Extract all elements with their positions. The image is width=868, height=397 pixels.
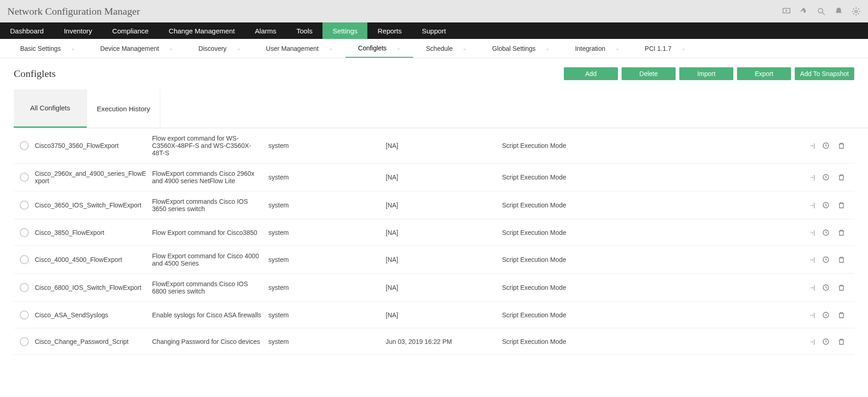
- row-checkbox[interactable]: [20, 228, 29, 237]
- add-to-snapshot-button[interactable]: Add To Snapshot: [795, 67, 854, 80]
- main-nav-inventory[interactable]: Inventory: [54, 22, 102, 39]
- configlet-name[interactable]: Cisco3750_3560_FlowExport: [35, 142, 152, 149]
- clock-icon[interactable]: [822, 142, 830, 149]
- configlet-name[interactable]: Cisco_3650_IOS_Switch_FlowExport: [35, 201, 152, 209]
- svg-point-4: [855, 10, 857, 12]
- sub-nav-label: Discovery: [198, 45, 226, 52]
- sub-nav-configlets[interactable]: Configlets⌄: [345, 39, 413, 58]
- execute-icon[interactable]: →|: [809, 312, 814, 318]
- sub-nav-label: Integration: [575, 45, 605, 52]
- configlet-name[interactable]: Cisco_Change_Password_Script: [35, 338, 152, 345]
- row-checkbox[interactable]: [20, 310, 29, 320]
- sub-nav-basic-settings[interactable]: Basic Settings⌄: [7, 39, 87, 58]
- trash-icon[interactable]: [838, 201, 845, 209]
- table-row: Cisco_ASA_SendSyslogsEnable syslogs for …: [14, 302, 854, 328]
- configlet-mode: Script Execution Mode: [502, 256, 623, 263]
- configlet-name[interactable]: Cisco_6800_IOS_Switch_FlowExport: [35, 284, 152, 291]
- row-checkbox-cell: [14, 255, 35, 264]
- row-checkbox[interactable]: [20, 255, 29, 264]
- execute-icon[interactable]: →|: [809, 284, 814, 291]
- trash-icon[interactable]: [838, 256, 845, 263]
- trash-icon[interactable]: [838, 142, 845, 149]
- chevron-down-icon: ⌄: [397, 45, 400, 50]
- configlet-name[interactable]: Cisco_3850_FlowExport: [35, 229, 152, 236]
- rocket-icon[interactable]: [799, 7, 808, 16]
- main-nav-dashboard[interactable]: Dashboard: [0, 22, 54, 39]
- main-nav-change-management[interactable]: Change Management: [158, 22, 245, 39]
- configlet-name[interactable]: Cisco_ASA_SendSyslogs: [35, 311, 152, 319]
- main-nav-compliance[interactable]: Compliance: [102, 22, 158, 39]
- row-checkbox[interactable]: [20, 141, 29, 150]
- configlet-owner: system: [268, 284, 386, 291]
- tabs: All Configlets Execution History: [14, 89, 868, 128]
- main-nav-settings[interactable]: Settings: [322, 22, 367, 39]
- main-nav-reports[interactable]: Reports: [367, 22, 412, 39]
- gear-icon[interactable]: [852, 7, 861, 16]
- trash-icon[interactable]: [838, 284, 845, 291]
- configlet-name[interactable]: Cisco_2960x_and_4900_series_FlowExport: [35, 170, 152, 185]
- export-button[interactable]: Export: [737, 67, 791, 80]
- configlet-mode: Script Execution Mode: [502, 142, 623, 149]
- clock-icon[interactable]: [822, 174, 830, 181]
- clock-icon[interactable]: [822, 311, 830, 319]
- row-checkbox[interactable]: [20, 201, 29, 210]
- configlet-description: FlowExport commands Cisco IOS 6800 serie…: [152, 280, 268, 295]
- execute-icon[interactable]: →|: [809, 229, 814, 236]
- delete-button[interactable]: Delete: [622, 67, 676, 80]
- trash-icon[interactable]: [838, 338, 845, 345]
- main-nav-tools[interactable]: Tools: [286, 22, 322, 39]
- sub-nav: Basic Settings⌄Device Management⌄Discove…: [0, 39, 868, 58]
- sub-nav-integration[interactable]: Integration⌄: [562, 39, 632, 58]
- sub-nav-user-management[interactable]: User Management⌄: [253, 39, 345, 58]
- tab-all-configlets[interactable]: All Configlets: [14, 89, 87, 128]
- bell-icon[interactable]: [834, 7, 843, 16]
- row-checkbox[interactable]: [20, 283, 29, 292]
- configlet-date: [NA]: [386, 229, 502, 236]
- configlet-date: [NA]: [386, 174, 502, 181]
- sub-nav-discovery[interactable]: Discovery⌄: [186, 39, 253, 58]
- main-nav: DashboardInventoryComplianceChange Manag…: [0, 22, 868, 39]
- trash-icon[interactable]: [838, 229, 845, 236]
- add-button[interactable]: Add: [564, 67, 618, 80]
- clock-icon[interactable]: [822, 229, 830, 236]
- configlet-description: Flow Export command for Cisco 4000 and 4…: [152, 252, 268, 267]
- sub-nav-global-settings[interactable]: Global Settings⌄: [479, 39, 562, 58]
- sub-nav-schedule[interactable]: Schedule⌄: [413, 39, 479, 58]
- clock-icon[interactable]: [822, 256, 830, 263]
- table-row: Cisco_Change_Password_ScriptChanging Pas…: [14, 328, 854, 355]
- configlet-description: Flow Export command for Cisco3850: [152, 229, 268, 236]
- execute-icon[interactable]: →|: [809, 256, 814, 263]
- tab-execution-history[interactable]: Execution History: [87, 89, 160, 128]
- configlet-description: FlowExport commands Cisco 2960x and 4900…: [152, 170, 268, 185]
- chevron-down-icon: ⌄: [682, 46, 685, 51]
- import-button[interactable]: Import: [679, 67, 733, 80]
- configlet-date: [NA]: [386, 256, 502, 263]
- configlets-table: Cisco3750_3560_FlowExportFlow export com…: [14, 128, 854, 355]
- row-checkbox[interactable]: [20, 173, 29, 182]
- trash-icon[interactable]: [838, 311, 845, 319]
- main-nav-support[interactable]: Support: [412, 22, 456, 39]
- row-checkbox-cell: [14, 310, 35, 320]
- execute-icon[interactable]: →|: [809, 174, 814, 180]
- chevron-down-icon: ⌄: [71, 46, 75, 51]
- search-icon[interactable]: [817, 7, 826, 16]
- chevron-down-icon: ⌄: [616, 46, 619, 51]
- clock-icon[interactable]: [822, 284, 830, 291]
- sub-nav-pci-1.1.7[interactable]: PCI 1.1.7⌄: [632, 39, 698, 58]
- execute-icon[interactable]: →|: [809, 202, 814, 208]
- clock-icon[interactable]: [822, 201, 830, 209]
- row-checkbox-cell: [14, 283, 35, 292]
- top-icons: [782, 7, 861, 16]
- main-nav-alarms[interactable]: Alarms: [245, 22, 287, 39]
- configlet-name[interactable]: Cisco_4000_4500_FlowExport: [35, 256, 152, 263]
- trash-icon[interactable]: [838, 174, 845, 181]
- sub-nav-device-management[interactable]: Device Management⌄: [87, 39, 186, 58]
- row-actions: →|: [623, 142, 854, 149]
- row-checkbox-cell: [14, 141, 35, 150]
- clock-icon[interactable]: [822, 338, 830, 345]
- execute-icon[interactable]: →|: [809, 338, 814, 345]
- row-checkbox[interactable]: [20, 337, 29, 346]
- execute-icon[interactable]: →|: [809, 142, 814, 149]
- action-buttons: Add Delete Import Export Add To Snapshot: [564, 67, 854, 80]
- presentation-icon[interactable]: [782, 7, 791, 16]
